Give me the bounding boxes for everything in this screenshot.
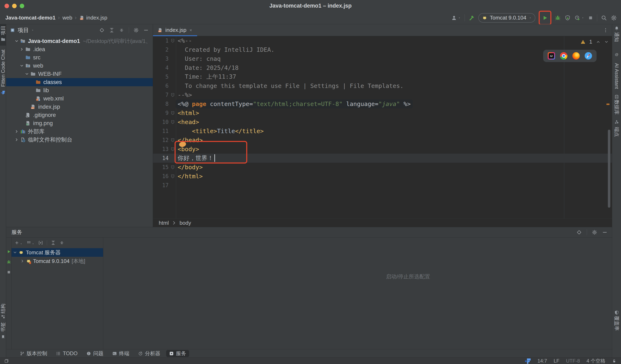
chevron-down-icon[interactable] (14, 39, 20, 43)
run-button[interactable] (542, 15, 548, 21)
tool-window-button-服务[interactable]: 服务 (166, 350, 189, 357)
minimize-window-button[interactable] (12, 4, 17, 8)
start-service-button[interactable] (7, 249, 11, 254)
tree-item-.idea[interactable]: .idea (6, 45, 153, 53)
select-in-services-button[interactable] (576, 230, 582, 235)
sidebar-item-structure-label[interactable]: 结构 (0, 304, 6, 313)
code-line-14[interactable]: 14你好，世界！ (153, 154, 612, 163)
tree-item-web.xml[interactable]: <web.xml (6, 94, 153, 103)
readonly-lock-icon[interactable] (612, 359, 617, 363)
endpoints-icon[interactable] (614, 120, 619, 125)
add-service-button[interactable] (14, 240, 23, 245)
breadcrumb-project[interactable]: Java-tomcat-demo1 (5, 15, 55, 21)
tool-window-button-终端[interactable]: 终端 (109, 350, 132, 357)
tree-item-web[interactable]: web (6, 62, 153, 70)
inspection-widget[interactable]: 1 (580, 39, 609, 45)
open-in-new-tab-button[interactable] (38, 240, 43, 245)
tab-options-menu-icon[interactable] (603, 28, 608, 33)
collapse-all-button[interactable] (59, 240, 64, 245)
select-opened-file-button[interactable] (99, 28, 104, 33)
expand-all-button[interactable] (109, 28, 114, 33)
chrome-browser-icon[interactable] (560, 52, 567, 60)
safari-browser-icon[interactable] (585, 52, 592, 60)
bookmark-icon[interactable] (1, 335, 5, 340)
sidebar-item-notifications-label[interactable]: 通知 (613, 32, 620, 42)
fold-marker-icon[interactable] (170, 147, 176, 151)
services-tree-item-tomcat-server[interactable]: Tomcat 服务器 (12, 248, 103, 257)
chevron-down-icon[interactable] (581, 17, 584, 19)
fitten-logo-icon[interactable] (0, 90, 5, 96)
stop-button[interactable] (588, 15, 593, 20)
breadcrumb-html[interactable]: html (159, 220, 169, 226)
fold-marker-icon[interactable] (170, 93, 176, 97)
chevron-right-icon[interactable] (14, 129, 20, 134)
code-line-8[interactable]: 8<%@ page contentType="text/html;charset… (153, 99, 612, 108)
intellij-browser-icon[interactable] (548, 52, 555, 60)
run-with-coverage-button[interactable] (565, 15, 571, 21)
fold-marker-icon[interactable] (170, 138, 176, 142)
collapse-all-button[interactable] (119, 28, 124, 33)
chevron-down-icon[interactable] (31, 29, 34, 32)
project-tool-icon[interactable] (0, 37, 5, 43)
breadcrumb-body[interactable]: body (179, 220, 191, 226)
database-icon[interactable] (614, 94, 619, 100)
fold-marker-icon[interactable] (170, 111, 176, 115)
profiler-run-button[interactable] (574, 15, 581, 21)
expand-all-button[interactable] (51, 240, 56, 245)
sidebar-item-project-label[interactable]: 项目 (0, 25, 6, 35)
sidebar-item-fitten-label[interactable]: Fitten Code Chat (0, 50, 6, 87)
chevron-down-icon[interactable] (19, 64, 25, 68)
code-line-11[interactable]: 11 <title>Title</title> (153, 126, 612, 136)
indent-setting[interactable]: 4 个空格 (586, 358, 605, 364)
code-line-13[interactable]: 13<body> (153, 145, 612, 154)
ai-assistant-icon[interactable]: @ (614, 52, 619, 58)
fold-marker-icon[interactable] (170, 120, 176, 124)
services-tree-item-tomcat-local[interactable]: Tomcat 9.0.104 [本地] (12, 257, 103, 265)
fitten-status-icon[interactable] (525, 358, 531, 364)
tree-item-src[interactable]: src (6, 53, 153, 62)
tree-item-临时文件和控制台[interactable]: 临时文件和控制台 (6, 136, 153, 144)
previous-problem-icon[interactable] (596, 40, 601, 44)
layout-panels-icon[interactable] (4, 358, 9, 363)
firefox-browser-icon[interactable] (572, 52, 580, 60)
tree-item-classes[interactable]: classes (6, 78, 153, 86)
project-panel-title[interactable]: 项目 (18, 27, 29, 34)
close-window-button[interactable] (4, 4, 9, 8)
tree-item-.gitignore[interactable]: .gitignore (6, 111, 153, 119)
warning-stripe-mark[interactable] (606, 104, 609, 105)
search-everywhere-button[interactable] (601, 15, 607, 21)
stop-service-button[interactable] (7, 270, 11, 275)
editor-scrollbar[interactable] (608, 130, 610, 208)
tree-item-外部库[interactable]: 外部库 (6, 127, 153, 136)
tool-window-button-分析器[interactable]: 分析器 (135, 350, 163, 357)
code-editor[interactable]: 1<%--2 Created by IntelliJ IDEA.3 User: … (153, 36, 612, 219)
code-line-5[interactable]: 5 Time: 上午11:37 (153, 72, 612, 81)
code-line-12[interactable]: 12</head> (153, 136, 612, 145)
code-line-10[interactable]: 10<head> (153, 118, 612, 126)
code-line-7[interactable]: 7--%> (153, 90, 612, 99)
code-line-4[interactable]: 4 Date: 2025/4/18 (153, 63, 612, 72)
run-configuration-select[interactable]: Tomcat 9.0.104 (478, 13, 535, 23)
next-problem-icon[interactable] (604, 40, 609, 44)
close-tab-icon[interactable] (189, 28, 193, 32)
code-line-9[interactable]: 9<html> (153, 108, 612, 118)
chevron-right-icon[interactable] (19, 47, 25, 52)
sidebar-item-coverage-label[interactable]: 覆盖率 (613, 316, 620, 331)
tool-window-button-TODO[interactable]: TODO (53, 350, 81, 357)
settings-button[interactable] (611, 15, 617, 21)
code-line-6[interactable]: 6 To change this template use File | Set… (153, 81, 612, 90)
code-line-15[interactable]: 15</body> (153, 163, 612, 172)
project-options-button[interactable] (134, 28, 139, 33)
services-options-button[interactable] (592, 230, 597, 235)
hide-services-button[interactable] (602, 230, 607, 235)
chevron-down-icon[interactable] (12, 250, 18, 255)
build-button[interactable] (468, 15, 475, 21)
tree-item-WEB-INF[interactable]: WEB-INF (6, 70, 153, 78)
fold-marker-icon[interactable] (170, 39, 176, 43)
chevron-down-icon[interactable] (24, 72, 30, 76)
caret-position[interactable]: 14:7 (537, 358, 547, 364)
tree-item-index.jsp[interactable]: JSPindex.jsp (6, 103, 153, 111)
sidebar-item-ai-label[interactable]: AI Assistant (614, 63, 620, 89)
sidebar-item-endpoints-label[interactable]: 端点 (613, 127, 620, 137)
debug-service-button[interactable] (7, 260, 11, 264)
